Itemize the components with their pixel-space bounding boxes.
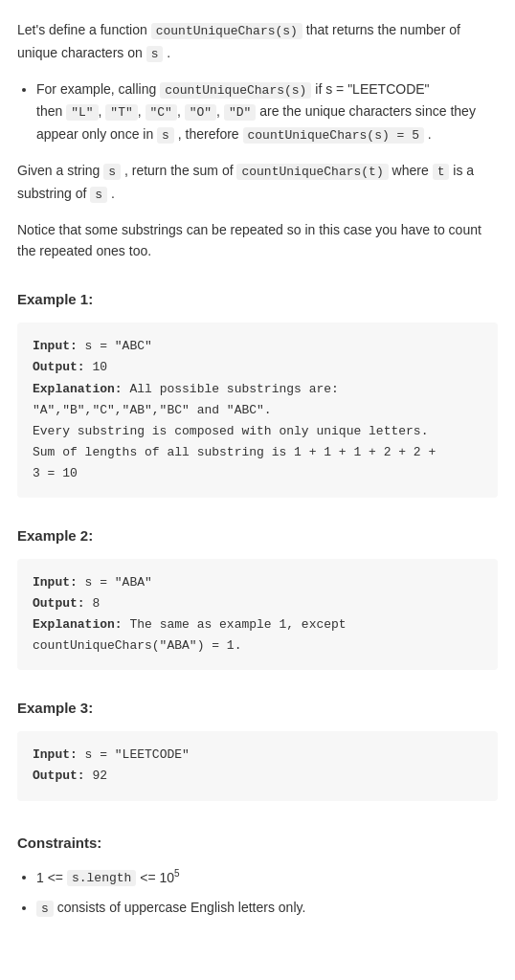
bullet-mid3: , therefore	[178, 126, 239, 142]
constraint-1-sup: 5	[174, 868, 180, 879]
bullet-char-d: "D"	[224, 104, 256, 121]
bullet-prefix: For example, calling	[36, 81, 156, 97]
bullet-end: .	[428, 126, 432, 142]
example2-line-0: Input: s = "ABA"	[33, 572, 482, 593]
p2-mid: , return the sum of	[124, 163, 234, 178]
bullet-item: For example, calling countUniqueChars(s)…	[36, 78, 498, 146]
bullet-char-c: "C"	[146, 104, 177, 121]
example2-line-2: Explanation: The same as example 1, exce…	[33, 614, 482, 635]
bullet-s2: s	[157, 127, 174, 144]
page-content: Let's define a function countUniqueChars…	[17, 19, 498, 920]
intro-text-1: Let's define a function	[17, 22, 147, 37]
example1-line-2: Explanation: All possible substrings are…	[33, 379, 482, 400]
p2-prefix: Given a string	[17, 163, 100, 178]
intro-text-3: .	[167, 45, 170, 60]
constraint-1-code: s.length	[67, 870, 136, 886]
example3-line-1: Output: 92	[33, 766, 482, 787]
constraint-item-2: s consists of uppercase English letters …	[36, 897, 498, 920]
example1-section: Example 1: Input: s = "ABC" Output: 10 E…	[17, 288, 498, 498]
constraints-list: 1 <= s.length <= 105 s consists of upper…	[36, 866, 498, 920]
example3-line-0: Input: s = "LEETCODE"	[33, 745, 482, 766]
example1-line-0: Input: s = "ABC"	[33, 336, 482, 357]
example1-code-block: Input: s = "ABC" Output: 10 Explanation:…	[17, 323, 498, 498]
example3-code-block: Input: s = "LEETCODE" Output: 92	[17, 731, 498, 800]
constraint-2-s: s	[36, 901, 54, 917]
bullet-mid1: if s = "LEETCODE"	[315, 81, 429, 97]
example2-line-3: countUniqueChars("ABA") = 1.	[33, 635, 482, 657]
paragraph2: Given a string s , return the sum of cou…	[17, 160, 498, 206]
p2-where-word: where	[392, 163, 429, 178]
example2-line-1: Output: 8	[33, 593, 482, 614]
constraint-1-text: 1 <=	[36, 869, 67, 884]
example3-title: Example 3:	[17, 697, 498, 720]
p2-s2: s	[90, 187, 107, 203]
example1-title: Example 1:	[17, 288, 498, 311]
bullet-char-t: "T"	[105, 104, 137, 121]
constraint-1-text2: <= 10	[136, 869, 174, 884]
example1-line-1: Output: 10	[33, 357, 482, 378]
func1-code: countUniqueChars(s)	[151, 23, 302, 39]
bullet-then: then	[36, 103, 62, 119]
paragraph3: Notice that some substrings can be repea…	[17, 219, 498, 262]
example1-line-5: Sum of lengths of all substring is 1 + 1…	[33, 442, 482, 463]
constraint-item-1: 1 <= s.length <= 105	[36, 866, 498, 889]
bullet-list: For example, calling countUniqueChars(s)…	[36, 78, 498, 146]
example1-line-6: 3 = 10	[33, 463, 482, 484]
constraint-2-text: consists of uppercase English letters on…	[57, 900, 306, 915]
p2-end: .	[111, 186, 115, 201]
p2-func: countUniqueChars(t)	[236, 164, 388, 180]
intro-paragraph: Let's define a function countUniqueChars…	[17, 19, 498, 65]
bullet-chars: "L"	[66, 104, 98, 121]
example2-code-block: Input: s = "ABA" Output: 8 Explanation: …	[17, 559, 498, 670]
constraints-section: Constraints: 1 <= s.length <= 105 s cons…	[17, 832, 498, 920]
constraints-title: Constraints:	[17, 832, 498, 855]
p2-s: s	[103, 164, 121, 180]
bullet-char-o: "O"	[185, 104, 216, 121]
p2-t: t	[433, 164, 450, 180]
example1-line-4: Every substring is composed with only un…	[33, 421, 482, 442]
example3-section: Example 3: Input: s = "LEETCODE" Output:…	[17, 697, 498, 800]
bullet-func2: countUniqueChars(s) = 5	[243, 127, 424, 144]
example2-title: Example 2:	[17, 524, 498, 547]
bullet-func: countUniqueChars(s)	[160, 82, 311, 99]
example2-section: Example 2: Input: s = "ABA" Output: 8 Ex…	[17, 524, 498, 670]
example1-line-3: "A","B","C","AB","BC" and "ABC".	[33, 400, 482, 421]
s-var-1: s	[146, 46, 164, 62]
